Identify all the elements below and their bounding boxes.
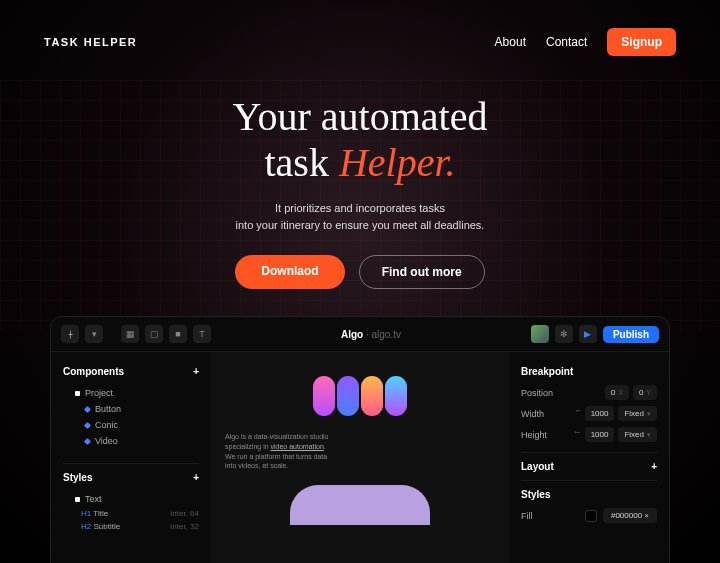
style-title[interactable]: H1 TitleInter, 64 bbox=[63, 507, 199, 520]
tree-video[interactable]: Video bbox=[63, 433, 199, 449]
pos-y-input[interactable]: 0Y bbox=[633, 385, 657, 400]
fill-swatch[interactable] bbox=[585, 510, 597, 522]
styles-header: Styles bbox=[63, 472, 92, 483]
algo-logo-art bbox=[313, 376, 407, 416]
height-label: Height bbox=[521, 430, 547, 440]
download-button[interactable]: Downlaod bbox=[235, 255, 344, 289]
canvas-description: Algo is a data-visualization studio spec… bbox=[225, 432, 329, 471]
styles-right-header: Styles bbox=[521, 489, 550, 500]
app-preview: ⟊ ▾ ▦ ▢ ■ T Algo · algo.tv ✻ ▶ Publish C… bbox=[50, 316, 670, 563]
canvas-shape[interactable] bbox=[290, 485, 430, 525]
layout-header: Layout bbox=[521, 461, 554, 472]
chevron-down-icon[interactable]: ▾ bbox=[85, 325, 103, 343]
text-icon[interactable]: T bbox=[193, 325, 211, 343]
width-fixed[interactable]: Fixed ▾ bbox=[618, 406, 657, 421]
play-icon[interactable]: ▶ bbox=[579, 325, 597, 343]
add-layout-icon[interactable]: + bbox=[651, 461, 657, 472]
tree-button[interactable]: Button bbox=[63, 401, 199, 417]
style-subtitle[interactable]: H2 SubtitleInter, 32 bbox=[63, 520, 199, 533]
tree-conic[interactable]: Conic bbox=[63, 417, 199, 433]
hero-subtitle: It prioritizes and incorporates tasks in… bbox=[0, 200, 720, 233]
frame-icon[interactable]: ▢ bbox=[145, 325, 163, 343]
lock-icon[interactable]: ⌙ bbox=[574, 427, 581, 442]
nav-contact[interactable]: Contact bbox=[546, 35, 587, 49]
lock-icon[interactable]: ⌐ bbox=[576, 406, 581, 421]
add-icon[interactable]: ▦ bbox=[121, 325, 139, 343]
width-input[interactable]: 1000 bbox=[585, 406, 615, 421]
add-style-icon[interactable]: + bbox=[193, 472, 199, 483]
signup-button[interactable]: Signup bbox=[607, 28, 676, 56]
position-label: Position bbox=[521, 388, 553, 398]
pos-x-input[interactable]: 0X bbox=[605, 385, 629, 400]
avatar[interactable] bbox=[531, 325, 549, 343]
width-label: Width bbox=[521, 409, 544, 419]
rect-icon[interactable]: ■ bbox=[169, 325, 187, 343]
fill-value-input[interactable]: #000000 × bbox=[603, 508, 657, 523]
app-title: Algo · algo.tv bbox=[341, 329, 401, 340]
components-header: Components bbox=[63, 366, 124, 377]
hero-title: Your automated task Helper. bbox=[0, 94, 720, 186]
find-out-more-button[interactable]: Find out more bbox=[359, 255, 485, 289]
nav-about[interactable]: About bbox=[495, 35, 526, 49]
height-input[interactable]: 1000 bbox=[585, 427, 615, 442]
fill-label: Fill bbox=[521, 511, 533, 521]
gear-icon[interactable]: ✻ bbox=[555, 325, 573, 343]
add-component-icon[interactable]: + bbox=[193, 366, 199, 377]
framer-icon[interactable]: ⟊ bbox=[61, 325, 79, 343]
brand-logo: TASK HELPER bbox=[44, 36, 137, 48]
tree-text[interactable]: Text bbox=[63, 491, 199, 507]
height-fixed[interactable]: Fixed ▾ bbox=[618, 427, 657, 442]
tree-project[interactable]: Project bbox=[63, 385, 199, 401]
breakpoint-header: Breakpoint bbox=[521, 366, 573, 377]
publish-button[interactable]: Publish bbox=[603, 326, 659, 343]
